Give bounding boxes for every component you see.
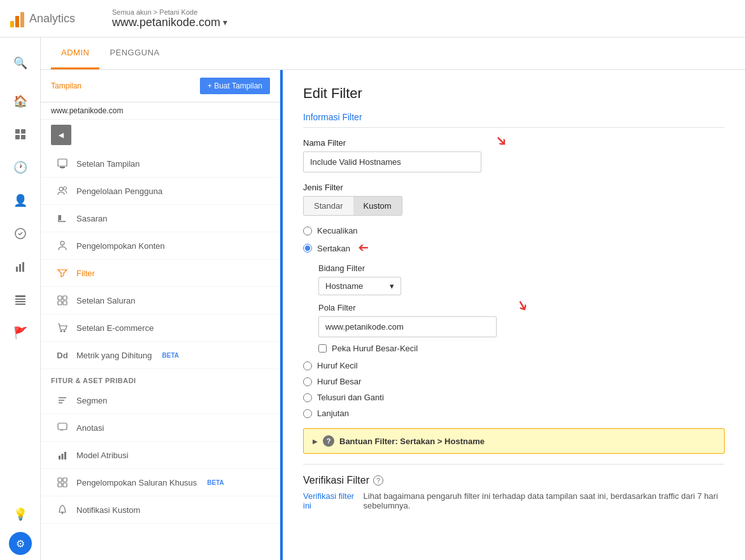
breadcrumb-account-name[interactable]: Petani Kode — [159, 8, 197, 16]
menu-item-metrik[interactable]: Dd Metrik yang Dihitung BETA — [41, 342, 280, 369]
home-icon[interactable]: 🏠 — [5, 86, 36, 116]
nav-tabs: ADMIN PENGGUNA — [41, 38, 745, 70]
left-panel: Tampilan + Buat Tampilan www.petanikode.… — [41, 70, 283, 560]
svg-rect-21 — [63, 296, 67, 300]
conversion-icon[interactable] — [5, 218, 36, 249]
svg-rect-5 — [16, 267, 18, 272]
kecualikan-radio-item[interactable]: Kecualikan — [303, 226, 725, 235]
tab-admin[interactable]: ADMIN — [51, 38, 99, 69]
breadcrumb-dropdown-btn[interactable]: ▾ — [223, 17, 227, 27]
analytics-logo-icon — [10, 10, 24, 27]
telusuri-ganti-item[interactable]: Telusuri dan Ganti — [303, 393, 725, 402]
hostname-label: Hostname — [325, 281, 363, 291]
jenis-filter-group: Jenis Filter Standar Kustom — [303, 183, 725, 216]
breadcrumb-all-accounts[interactable]: Semua akun — [112, 8, 152, 16]
peka-huruf-checkbox[interactable] — [318, 344, 327, 353]
peka-huruf-item[interactable]: Peka Huruf Besar-Kecil — [318, 344, 725, 353]
svg-rect-0 — [15, 129, 20, 134]
hostname-select[interactable]: Hostname ▾ — [318, 277, 401, 295]
anotasi-label: Anotasi — [76, 423, 104, 433]
huruf-besar-label: Huruf Besar — [317, 377, 361, 386]
nama-filter-input[interactable] — [303, 151, 481, 172]
pengelolaan-pengguna-icon — [56, 185, 69, 197]
settings-icon[interactable]: ⚙ — [9, 532, 32, 555]
pengelolaan-pengguna-label: Pengelolaan Pengguna — [76, 186, 162, 196]
buat-tampilan-button[interactable]: + Buat Tampilan — [200, 78, 270, 94]
segmen-label: Segmen — [76, 396, 107, 405]
pola-filter-input[interactable] — [318, 316, 497, 337]
help-banner[interactable]: ▶ ? Bantuan Filter: Sertakan > Hostname — [303, 428, 725, 454]
svg-rect-29 — [58, 423, 67, 430]
clock-icon[interactable]: 🕐 — [5, 152, 36, 183]
svg-rect-2 — [15, 135, 20, 139]
verifikasi-title: Verifikasi Filter ? — [303, 475, 725, 486]
chart-icon[interactable] — [5, 251, 36, 282]
help-question-icon: ? — [323, 435, 334, 447]
model-atribusi-label: Model Atribusi — [76, 451, 129, 460]
menu-item-setelan-saluran[interactable]: Setelan Saluran — [41, 287, 280, 314]
menu-item-setelan-ecommerce[interactable]: Setelan E-commerce — [41, 314, 280, 342]
menu-item-pengelompokan-konten[interactable]: Pengelompokan Konten — [41, 232, 280, 260]
telusuri-ganti-radio[interactable] — [303, 393, 312, 402]
menu-item-sasaran[interactable]: Sasaran — [41, 205, 280, 232]
back-button[interactable]: ◄ — [51, 125, 71, 145]
menu-item-anotasi[interactable]: Anotasi — [41, 414, 280, 442]
kecualikan-radio[interactable] — [303, 227, 312, 235]
verifikasi-link[interactable]: Verifikasi filter ini — [303, 491, 358, 510]
menu-item-filter[interactable]: Filter — [41, 260, 280, 287]
peka-huruf-label: Peka Huruf Besar-Kecil — [332, 344, 418, 353]
pola-filter-label: Pola Filter — [318, 303, 725, 312]
huruf-kecil-item[interactable]: Huruf Kecil — [303, 361, 725, 370]
menu-item-setelan-tampilan[interactable]: Setelan Tampilan — [41, 150, 280, 178]
kustom-tab[interactable]: Kustom — [353, 197, 402, 215]
lanjutan-label: Lanjutan — [317, 409, 349, 418]
search-icon[interactable]: 🔍 — [5, 48, 36, 78]
flag-icon[interactable]: 🚩 — [5, 318, 36, 348]
sertakan-label: Sertakan — [317, 244, 350, 253]
kecualikan-sertakan-group: Kecualikan Sertakan ➔ — [303, 226, 725, 256]
standar-tab[interactable]: Standar — [304, 197, 353, 215]
sertakan-radio-item[interactable]: Sertakan ➔ — [303, 241, 725, 256]
pengelompokan-saluran-icon — [56, 476, 69, 489]
menu-item-segmen[interactable]: Segmen — [41, 387, 280, 414]
huruf-kecil-label: Huruf Kecil — [317, 361, 358, 370]
menu-item-model-atribusi[interactable]: Model Atribusi — [41, 442, 280, 469]
metrik-beta-badge: BETA — [162, 352, 179, 359]
logo-area: Analytics — [10, 10, 112, 27]
huruf-besar-radio[interactable] — [303, 377, 312, 386]
person-icon[interactable]: 👤 — [5, 185, 36, 216]
svg-point-38 — [62, 513, 63, 514]
svg-rect-9 — [15, 298, 25, 300]
dashboard-icon[interactable] — [5, 119, 36, 150]
tab-pengguna[interactable]: PENGGUNA — [99, 38, 169, 69]
svg-point-18 — [60, 241, 64, 245]
svg-point-15 — [59, 187, 63, 191]
svg-rect-11 — [15, 304, 25, 305]
menu-item-notifikasi-kustom[interactable]: Notifikasi Kustom — [41, 496, 280, 524]
right-panel: Edit Filter Informasi Filter Nama Filter… — [283, 70, 745, 560]
svg-point-25 — [64, 330, 66, 332]
anotasi-icon — [56, 421, 69, 434]
informasi-filter-section: Informasi Filter — [303, 112, 725, 128]
menu-item-pengelolaan-pengguna[interactable]: Pengelolaan Pengguna — [41, 178, 280, 205]
setelan-ecommerce-label: Setelan E-commerce — [76, 323, 153, 333]
svg-rect-36 — [63, 483, 67, 487]
main-split: Tampilan + Buat Tampilan www.petanikode.… — [41, 70, 745, 560]
lanjutan-radio[interactable] — [303, 409, 312, 418]
model-atribusi-icon — [56, 449, 69, 461]
page-title: Edit Filter — [303, 85, 725, 102]
hostname-dropdown-icon: ▾ — [390, 281, 394, 291]
setelan-tampilan-label: Setelan Tampilan — [76, 159, 140, 169]
extra-radio-group: Huruf Kecil Huruf Besar Telusuri dan Gan… — [303, 361, 725, 418]
sertakan-radio[interactable] — [303, 244, 312, 253]
tampilan-label: Tampilan — [51, 81, 82, 90]
breadcrumb-site[interactable]: www.petanikode.com — [112, 16, 220, 29]
bulb-icon[interactable]: 💡 — [5, 499, 36, 529]
huruf-kecil-radio[interactable] — [303, 361, 312, 370]
huruf-besar-item[interactable]: Huruf Besar — [303, 377, 725, 386]
menu-item-pengelompokan-saluran[interactable]: Pengelompokan Saluran Khusus BETA — [41, 469, 280, 496]
verifikasi-info-icon[interactable]: ? — [373, 475, 383, 486]
table-icon[interactable] — [5, 284, 36, 315]
breadcrumb-separator: > — [153, 8, 157, 16]
lanjutan-item[interactable]: Lanjutan — [303, 409, 725, 418]
